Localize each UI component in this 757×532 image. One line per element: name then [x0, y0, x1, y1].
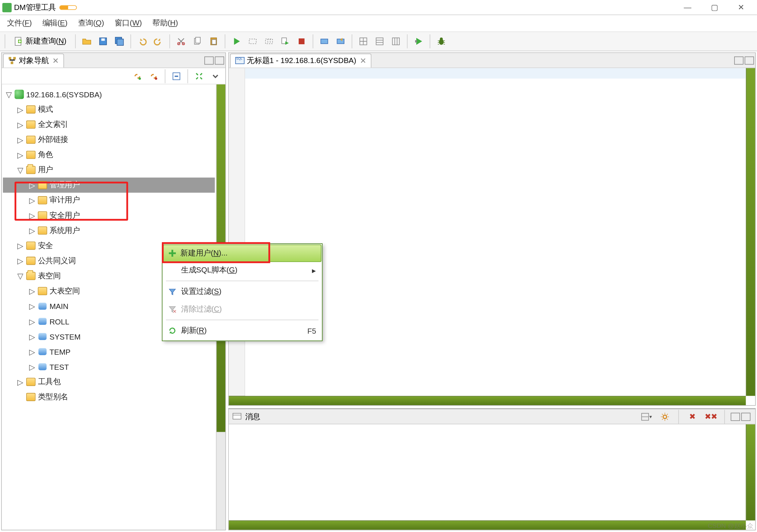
link-button[interactable]	[130, 69, 145, 84]
nav-tabbar: 对象导航 ✕	[2, 53, 225, 68]
commit-button[interactable]	[317, 34, 332, 49]
folder-icon	[38, 226, 47, 234]
tree-label: 大表空间	[49, 286, 80, 296]
editor-hscrollbar[interactable]	[229, 396, 746, 405]
pane-minimize-icon[interactable]	[731, 413, 740, 421]
tree-item-sec-user[interactable]: ▷安全用户	[3, 208, 215, 223]
nav-tab-close-icon[interactable]: ✕	[52, 56, 59, 65]
grid1-button[interactable]	[356, 34, 371, 49]
tablespace-icon	[38, 332, 47, 341]
editor-vscrollbar[interactable]	[746, 68, 755, 396]
ctx-separator	[166, 281, 319, 281]
document-plus-icon	[14, 36, 23, 46]
nav-menu-button[interactable]	[208, 69, 223, 84]
tree-label: 192.168.1.6(SYSDBA)	[26, 90, 102, 99]
step-icon	[248, 36, 257, 46]
open-button[interactable]	[79, 34, 94, 49]
execute-step-button[interactable]	[245, 34, 260, 49]
msg-clear-all-button[interactable]: ✖✖	[703, 409, 718, 424]
tree-item-sys-user[interactable]: ▷系统用户	[3, 223, 215, 238]
pane-maximize-icon[interactable]	[745, 56, 754, 64]
close-button[interactable]: ✕	[728, 0, 755, 14]
ctx-gen-sql[interactable]: 生成SQL脚本(G) ▸	[164, 261, 321, 279]
tree-item-schema[interactable]: ▷模式	[3, 102, 215, 117]
menu-help[interactable]: 帮助(H)	[148, 16, 183, 31]
save-all-button[interactable]	[112, 34, 127, 49]
maximize-button[interactable]: ▢	[701, 0, 728, 14]
tree-label: 安全	[38, 240, 53, 251]
tree-item-audit-user[interactable]: ▷审计用户	[3, 193, 215, 208]
tree-item-temp[interactable]: ▷TEMP	[3, 344, 215, 359]
pane-minimize-icon[interactable]	[734, 56, 743, 64]
ctx-set-filter[interactable]: 设置过滤(S)	[164, 283, 321, 300]
redo-icon	[154, 36, 163, 46]
tree-item-user[interactable]: ▽用户	[3, 163, 215, 178]
ctx-shortcut: F5	[307, 326, 316, 335]
ctx-refresh[interactable]: 刷新(R) F5	[164, 322, 321, 339]
msg-layout-button[interactable]: ▾	[639, 409, 654, 424]
collapse-all-button[interactable]	[169, 69, 184, 84]
paste-button[interactable]	[206, 34, 221, 49]
msg-vscrollbar[interactable]	[746, 424, 755, 521]
collapse-icon	[172, 71, 181, 80]
message-icon	[232, 413, 242, 421]
stop-button[interactable]	[294, 34, 309, 49]
pane-minimize-icon[interactable]	[204, 56, 213, 64]
pane-maximize-icon[interactable]	[741, 413, 750, 421]
grid2-button[interactable]	[372, 34, 387, 49]
play-script-icon	[281, 36, 290, 46]
grid3-button[interactable]	[388, 34, 403, 49]
tree-item-fulltext[interactable]: ▷全文索引	[3, 117, 215, 132]
new-query-button[interactable]: 新建查询(N)	[9, 34, 72, 49]
redo-button[interactable]	[151, 34, 166, 49]
editor-text-area[interactable]	[245, 68, 746, 396]
menu-window[interactable]: 窗口(W)	[110, 16, 146, 31]
tree-item-mgmt-user[interactable]: ▷管理用户	[3, 178, 215, 193]
tree-label: 用户	[38, 165, 53, 175]
tree-item-extlink[interactable]: ▷外部链接	[3, 132, 215, 147]
msg-pane-controls	[731, 413, 752, 421]
execute-explain-button[interactable]	[261, 34, 277, 49]
chevron-down-icon	[211, 71, 220, 80]
minimize-button[interactable]: —	[674, 0, 701, 14]
cut-button[interactable]	[174, 34, 189, 49]
folder-icon	[38, 181, 47, 189]
execute-button[interactable]	[229, 34, 244, 49]
unlink-button[interactable]	[146, 69, 161, 84]
sql-editor[interactable]	[229, 68, 755, 396]
tree-item-toolkit[interactable]: ▷工具包	[3, 374, 215, 389]
svg-point-27	[139, 77, 141, 79]
save-button[interactable]	[96, 34, 111, 49]
copy-button[interactable]	[190, 34, 205, 49]
nav-tab[interactable]: 对象导航 ✕	[3, 53, 64, 67]
msg-hscrollbar[interactable]	[229, 521, 746, 530]
tree-item-role[interactable]: ▷角色	[3, 147, 215, 162]
svg-rect-26	[11, 62, 13, 64]
editor-tab-close-icon[interactable]: ✕	[360, 56, 366, 65]
menu-query[interactable]: 查询(Q)	[73, 16, 109, 31]
menu-edit[interactable]: 编辑(E)	[38, 16, 72, 31]
tree-root[interactable]: ▽192.168.1.6(SYSDBA)	[3, 87, 215, 102]
tree-label: ROLL	[49, 317, 69, 326]
save-all-icon	[115, 36, 124, 46]
msg-settings-button[interactable]	[657, 409, 673, 424]
debug-button[interactable]	[434, 34, 449, 49]
rollback-button[interactable]	[333, 34, 348, 49]
editor-tab[interactable]: 无标题1 - 192.168.1.6(SYSDBA) ✕	[230, 53, 371, 67]
tree-label: 系统用户	[49, 225, 80, 236]
pane-maximize-icon[interactable]	[215, 56, 224, 64]
folder-icon	[26, 378, 35, 386]
ctx-new-user[interactable]: 新建用户(N)...	[163, 244, 321, 262]
layout-icon	[640, 412, 649, 421]
tree-item-test[interactable]: ▷TEST	[3, 359, 215, 374]
tree-label: 公共同义词	[38, 255, 76, 266]
expand-all-button[interactable]	[191, 69, 206, 84]
tree-item-type-alias[interactable]: ▷类型别名	[3, 389, 215, 404]
tree-label: 表空间	[38, 271, 61, 281]
execute-script-button[interactable]	[278, 34, 293, 49]
msg-clear-button[interactable]: ✖	[685, 409, 700, 424]
menu-file[interactable]: 文件(F)	[2, 16, 37, 31]
undo-button[interactable]	[135, 34, 150, 49]
editor-tab-label: 无标题1 - 192.168.1.6(SYSDBA)	[247, 55, 356, 66]
debug-start-button[interactable]	[411, 34, 426, 49]
